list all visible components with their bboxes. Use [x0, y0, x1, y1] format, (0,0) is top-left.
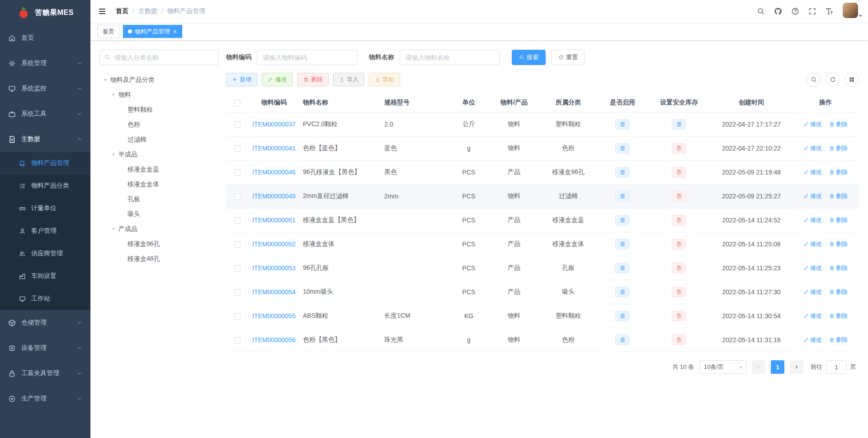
- close-icon[interactable]: ×: [173, 28, 177, 35]
- add-button[interactable]: 新增: [226, 73, 257, 86]
- user-menu[interactable]: ▾: [843, 3, 862, 20]
- row-edit-link[interactable]: 修改: [803, 192, 822, 200]
- tree-node-group[interactable]: ▾ 半成品: [99, 147, 219, 162]
- row-delete-link[interactable]: 删除: [829, 168, 848, 176]
- sidebar-item-measure-unit[interactable]: 计量单位: [0, 197, 90, 220]
- font-size-button[interactable]: [821, 0, 838, 23]
- header-search-button[interactable]: [752, 0, 769, 23]
- table-row[interactable]: ITEM00000056 色粉【黑色】 珠光黑 g 物料 色粉 是 否 2022…: [226, 328, 859, 352]
- goto-page-input[interactable]: [826, 360, 847, 374]
- row-checkbox[interactable]: [234, 241, 241, 248]
- tree-node-leaf[interactable]: 塑料颗粒: [99, 102, 219, 117]
- page-size-select[interactable]: 10条/页 ▾: [699, 360, 746, 374]
- columns-button[interactable]: [844, 72, 859, 87]
- sidebar-item-fixture-mgmt[interactable]: 工装夹具管理: [0, 361, 90, 386]
- sidebar-item-customer-mgmt[interactable]: 客户管理: [0, 220, 90, 242]
- row-checkbox[interactable]: [234, 146, 241, 152]
- row-checkbox[interactable]: [234, 313, 241, 320]
- row-checkbox[interactable]: [234, 170, 241, 176]
- row-checkbox[interactable]: [234, 217, 241, 224]
- table-row[interactable]: ITEM00000054 10mm吸头 PCS 产品 吸头 是 否 2022-0…: [226, 280, 859, 304]
- tree-node-leaf[interactable]: 移液盒96孔: [99, 236, 219, 251]
- tree-node-root[interactable]: ▾ 物料及产品分类: [99, 72, 219, 87]
- cell-code[interactable]: ITEM00000051: [249, 208, 299, 232]
- page-number-1[interactable]: 1: [771, 360, 784, 374]
- table-row[interactable]: ITEM00000055 ABS颗粒 长度1CM KG 物料 塑料颗粒 是 否 …: [226, 304, 859, 328]
- row-edit-link[interactable]: 修改: [803, 240, 822, 248]
- import-button[interactable]: 导入: [333, 73, 364, 86]
- tree-node-group[interactable]: ▾ 物料: [99, 87, 219, 102]
- sidebar-item-supplier-mgmt[interactable]: 供应商管理: [0, 242, 90, 265]
- cell-code[interactable]: ITEM00000054: [249, 280, 299, 304]
- sidebar-item-home[interactable]: 首页: [0, 25, 90, 51]
- tree-node-leaf[interactable]: 移液盒盒盖: [99, 162, 219, 177]
- tree-node-leaf[interactable]: 过滤棉: [99, 132, 219, 147]
- table-row[interactable]: ITEM00000046 96孔移液盒【黑色】 黑色 PCS 产品 移液盒96孔…: [226, 160, 859, 184]
- table-row[interactable]: ITEM00000052 移液盒盒体 PCS 产品 移液盒盒体 是 否 2022…: [226, 232, 859, 256]
- help-button[interactable]: [787, 0, 804, 23]
- breadcrumb-master-data[interactable]: 主数据: [138, 7, 157, 15]
- github-button[interactable]: [769, 0, 787, 23]
- table-row[interactable]: ITEM00000049 2mm直径过滤棉 2mm PCS 物料 过滤棉 是 否…: [226, 184, 859, 208]
- cell-code[interactable]: ITEM00000041: [249, 137, 299, 160]
- sidebar-item-production-mgmt[interactable]: 生产管理: [0, 386, 90, 411]
- row-edit-link[interactable]: 修改: [803, 216, 822, 224]
- material-name-input[interactable]: [400, 50, 500, 65]
- row-edit-link[interactable]: 修改: [803, 168, 822, 176]
- refresh-table-button[interactable]: [826, 72, 840, 87]
- sidebar-item-master-data[interactable]: 主数据: [0, 127, 90, 152]
- table-row[interactable]: ITEM00000037 PVC2.0颗粒 2.0 公斤 物料 塑料颗粒 是 是…: [226, 113, 859, 137]
- search-button[interactable]: 搜索: [512, 50, 546, 65]
- hamburger-button[interactable]: [90, 0, 114, 23]
- export-button[interactable]: 导出: [369, 73, 400, 86]
- cell-code[interactable]: ITEM00000053: [249, 256, 299, 280]
- sidebar-item-system-tools[interactable]: 系统工具: [0, 101, 90, 127]
- sidebar-item-workshop-settings[interactable]: 车间设置: [0, 265, 90, 287]
- tab-material-product-mgmt[interactable]: 物料产品管理 ×: [123, 25, 182, 38]
- row-edit-link[interactable]: 修改: [803, 336, 822, 344]
- cell-code[interactable]: ITEM00000055: [249, 304, 299, 328]
- fullscreen-button[interactable]: [804, 0, 821, 23]
- row-delete-link[interactable]: 删除: [829, 264, 848, 272]
- row-delete-link[interactable]: 删除: [829, 336, 848, 344]
- row-checkbox[interactable]: [234, 193, 241, 200]
- row-edit-link[interactable]: 修改: [803, 144, 822, 152]
- toggle-search-button[interactable]: [807, 72, 821, 87]
- row-edit-link[interactable]: 修改: [803, 288, 822, 296]
- row-delete-link[interactable]: 删除: [829, 240, 848, 248]
- table-row[interactable]: ITEM00000051 移液盒盒盖【黑色】 PCS 产品 移液盒盒盖 是 否 …: [226, 208, 859, 232]
- row-delete-link[interactable]: 删除: [829, 192, 848, 200]
- tree-node-leaf[interactable]: 移液盒盒体: [99, 177, 219, 192]
- row-edit-link[interactable]: 修改: [803, 312, 822, 320]
- sidebar-item-warehouse-mgmt[interactable]: 仓储管理: [0, 310, 90, 335]
- sidebar-item-system-mgmt[interactable]: 系统管理: [0, 51, 90, 76]
- cell-code[interactable]: ITEM00000049: [249, 184, 299, 208]
- cell-code[interactable]: ITEM00000046: [249, 160, 299, 184]
- modify-button[interactable]: 修改: [262, 73, 293, 86]
- row-checkbox[interactable]: [234, 122, 241, 128]
- row-edit-link[interactable]: 修改: [803, 120, 822, 128]
- delete-button[interactable]: 删除: [297, 73, 329, 86]
- cell-code[interactable]: ITEM00000056: [249, 328, 299, 352]
- select-all-checkbox[interactable]: [234, 100, 241, 106]
- table-row[interactable]: ITEM00000041 色粉【蓝色】 蓝色 g 物料 色粉 是 否 2022-…: [226, 137, 859, 160]
- material-code-input[interactable]: [257, 50, 357, 65]
- tree-node-leaf[interactable]: 色粉: [99, 117, 219, 132]
- sidebar-item-material-product-category[interactable]: 物料产品分类: [0, 174, 90, 197]
- row-delete-link[interactable]: 删除: [829, 312, 848, 320]
- table-row[interactable]: ITEM00000053 96孔孔板 PCS 产品 孔板 是 否 2022-05…: [226, 256, 859, 280]
- tree-node-leaf[interactable]: 吸头: [99, 207, 219, 221]
- tree-node-group[interactable]: ▾ 产成品: [99, 221, 219, 236]
- row-delete-link[interactable]: 删除: [829, 120, 848, 128]
- row-checkbox[interactable]: [234, 265, 241, 272]
- tree-node-leaf[interactable]: 孔板: [99, 192, 219, 207]
- sidebar-item-equipment-mgmt[interactable]: 设备管理: [0, 335, 90, 361]
- cell-code[interactable]: ITEM00000052: [249, 232, 299, 256]
- sidebar-item-system-monitor[interactable]: 系统监控: [0, 76, 90, 101]
- tree-node-leaf[interactable]: 移液盒48孔: [99, 251, 219, 266]
- prev-page-button[interactable]: [752, 360, 765, 374]
- row-edit-link[interactable]: 修改: [803, 264, 822, 272]
- sidebar-item-workstation[interactable]: 工作站: [0, 287, 90, 310]
- row-delete-link[interactable]: 删除: [829, 144, 848, 152]
- cell-code[interactable]: ITEM00000037: [249, 113, 299, 137]
